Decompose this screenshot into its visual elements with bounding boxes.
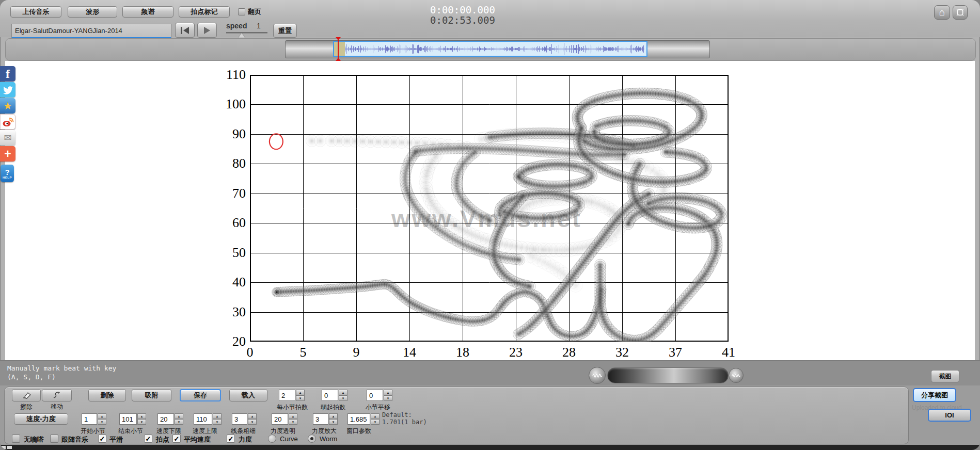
- spin-up-button[interactable]: ▲: [339, 390, 347, 395]
- tempo-min-spinner[interactable]: 20 ▲▼: [157, 413, 183, 425]
- volume-knob-right[interactable]: [729, 368, 744, 383]
- fullscreen-button[interactable]: [953, 5, 968, 20]
- spin-down-button[interactable]: ▼: [213, 419, 222, 425]
- spin-down-button[interactable]: ▼: [296, 395, 305, 401]
- beats-per-bar-label: 每小节拍数: [277, 403, 308, 412]
- move-tool-button[interactable]: [42, 389, 72, 401]
- load-button[interactable]: 载入: [229, 389, 267, 401]
- save-button[interactable]: 保存: [180, 389, 221, 401]
- default-note: Default: 1.701(1 bar): [382, 411, 427, 426]
- tempo-max-value[interactable]: 110: [194, 413, 212, 425]
- beats-per-bar-spinner[interactable]: 2 ▲▼: [279, 390, 305, 401]
- spectrum-button[interactable]: 频谱: [122, 6, 173, 18]
- spin-up-button[interactable]: ▲: [371, 413, 380, 419]
- dynamics-scale-value[interactable]: 3: [313, 413, 328, 425]
- spin-up-button[interactable]: ▲: [329, 413, 338, 419]
- play-button[interactable]: [197, 23, 217, 38]
- home-button[interactable]: ⌂: [934, 5, 950, 20]
- bar-shift-value[interactable]: 0: [367, 390, 383, 401]
- playhead-cursor[interactable]: [338, 38, 339, 59]
- spin-down-button[interactable]: ▼: [384, 395, 392, 401]
- spin-down-button[interactable]: ▼: [289, 419, 297, 425]
- speed-slider-thumb[interactable]: [239, 33, 245, 38]
- waveform-button[interactable]: 波形: [68, 6, 117, 18]
- reset-button[interactable]: 重置: [273, 24, 297, 38]
- window-param-spinner[interactable]: 1.685 ▲▼: [347, 413, 380, 425]
- page-turn-checkbox[interactable]: [238, 8, 245, 15]
- dynamics-transparency-spinner[interactable]: 20 ▲▼: [272, 413, 297, 425]
- spin-up-button[interactable]: ▲: [248, 413, 257, 419]
- average-tempo-checkbox[interactable]: ✓: [172, 435, 181, 443]
- beats-checkbox[interactable]: ✓: [144, 435, 152, 443]
- erase-tool-button[interactable]: [12, 389, 41, 401]
- window-param-value[interactable]: 1.685: [347, 413, 370, 425]
- total-time: 0:02:53.009: [430, 14, 495, 26]
- line-width-value[interactable]: 3: [232, 413, 247, 425]
- spin-up-button[interactable]: ▲: [137, 413, 146, 419]
- taskbar-square: [1, 446, 6, 449]
- twitter-share-button[interactable]: [0, 82, 15, 98]
- anacrusis-value[interactable]: 0: [322, 390, 338, 401]
- delete-button[interactable]: 删除: [88, 389, 126, 401]
- worm-label: Worm: [320, 435, 337, 443]
- start-bar-value[interactable]: 1: [82, 413, 97, 425]
- start-bar-spinner[interactable]: 1 ▲▼: [82, 413, 106, 425]
- bar-shift-label: 小节平移: [366, 403, 390, 412]
- tempo-max-spinner[interactable]: 110 ▲▼: [194, 413, 222, 425]
- spin-up-button[interactable]: ▲: [384, 390, 392, 395]
- tempo-min-value[interactable]: 20: [157, 413, 174, 425]
- spin-down-button[interactable]: ▼: [175, 419, 183, 425]
- spin-up-button[interactable]: ▲: [296, 390, 305, 395]
- mode-button[interactable]: 速度-力度: [14, 413, 68, 425]
- dynamics-scale-spinner[interactable]: 3 ▲▼: [313, 413, 338, 425]
- tempo-worm-chart[interactable]: [250, 75, 729, 342]
- smooth-checkbox[interactable]: ✓: [98, 435, 106, 443]
- spin-down-button[interactable]: ▼: [137, 419, 146, 425]
- upload-music-button[interactable]: 上传音乐: [10, 6, 61, 18]
- spin-up-button[interactable]: ▲: [289, 413, 297, 419]
- screenshot-button[interactable]: 截图: [931, 370, 959, 382]
- spin-down-button[interactable]: ▼: [339, 395, 347, 401]
- mail-icon: ✉: [4, 132, 11, 143]
- weibo-share-button[interactable]: [0, 114, 15, 130]
- spin-down-button[interactable]: ▼: [371, 419, 380, 425]
- spin-down-button[interactable]: ▼: [98, 419, 106, 425]
- speed-slider[interactable]: [226, 32, 267, 34]
- anacrusis-spinner[interactable]: 0 ▲▼: [322, 390, 347, 401]
- dynamics-checkbox[interactable]: ✓: [227, 435, 235, 443]
- line-width-spinner[interactable]: 3 ▲▼: [232, 413, 257, 425]
- beat-mark-button[interactable]: 拍点标记: [179, 6, 230, 18]
- email-share-button[interactable]: ✉: [0, 130, 15, 146]
- ioi-button[interactable]: IOI: [928, 409, 971, 422]
- end-bar-spinner[interactable]: 101 ▲▼: [119, 413, 146, 425]
- qzone-share-button[interactable]: ★: [0, 98, 15, 114]
- spin-down-button[interactable]: ▼: [248, 419, 257, 425]
- move-icon: [52, 391, 61, 399]
- filename-input[interactable]: [11, 24, 171, 39]
- qzone-star-icon: ★: [3, 100, 12, 112]
- end-bar-value[interactable]: 101: [119, 413, 137, 425]
- spin-down-button[interactable]: ▼: [329, 419, 338, 425]
- spin-up-button[interactable]: ▲: [98, 413, 106, 419]
- no-tick-checkbox[interactable]: [12, 435, 20, 443]
- waveform-selection[interactable]: [333, 41, 647, 57]
- bar-shift-spinner[interactable]: 0 ▲▼: [367, 390, 392, 401]
- help-button[interactable]: ? HELP: [1, 165, 14, 182]
- beats-per-bar-value[interactable]: 2: [279, 390, 295, 401]
- dynamics-transparency-value[interactable]: 20: [272, 413, 288, 425]
- check-icon: ✓: [228, 435, 234, 443]
- volume-knob-left[interactable]: [589, 367, 606, 384]
- worm-radio[interactable]: [308, 435, 316, 443]
- facebook-share-button[interactable]: f: [0, 66, 15, 82]
- more-share-button[interactable]: +: [0, 146, 15, 162]
- spin-up-button[interactable]: ▲: [213, 413, 222, 419]
- share-screenshot-button[interactable]: 分享截图: [913, 388, 956, 402]
- curve-radio[interactable]: [268, 435, 276, 443]
- volume-slider[interactable]: [607, 367, 729, 383]
- beats-label: 拍点: [156, 435, 169, 444]
- snap-button[interactable]: 吸附: [132, 389, 171, 401]
- status-message: Manually mark beat with key (A, S, D, F): [7, 364, 116, 381]
- follow-music-checkbox[interactable]: [50, 435, 58, 443]
- skip-to-start-button[interactable]: [175, 23, 195, 38]
- spin-up-button[interactable]: ▲: [175, 413, 183, 419]
